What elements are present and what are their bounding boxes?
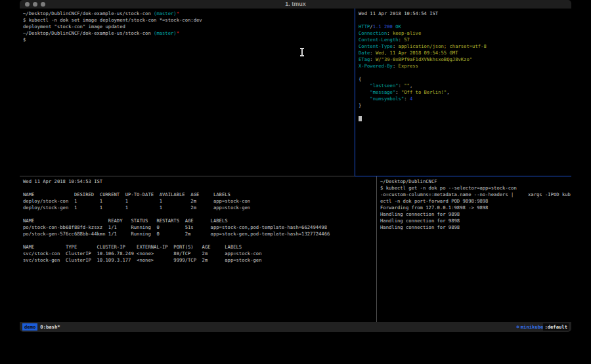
terminal-text-segment: 4 [410,96,412,102]
terminal-line [359,17,571,24]
terminal-text-segment: NAME READY STATUS RESTARTS AGE LABELS [23,218,228,224]
terminal-line: deploy/stock-gen 1 1 1 1 2m app=stock-ge… [23,205,376,211]
terminal-text-segment: ~/Desktop/DublinCNCF/dok-example-us/stoc… [23,10,154,16]
terminal-line: { [359,76,571,83]
terminal-text-segment: svc/stock-con ClusterIP 10.106.78.249 <n… [23,251,262,256]
window-tab-bash[interactable]: 0:bash* [40,324,60,330]
terminal-text-segment: X-Powered-By [359,63,393,69]
terminal-text-segment: "numsymbols" [370,96,404,102]
terminal-text-segment: : [399,37,405,43]
kubernetes-icon: ☸ [516,324,519,330]
terminal-text-segment: $ kubectl get -n dok po --selector=app=s… [380,185,517,191]
terminal-text-segment: ectl -n dok port-forward POD 9898:9898 [380,198,488,204]
terminal-text-segment: * [177,10,179,16]
terminal-text-segment: deploy/stock-gen 1 1 1 1 2m app=stock-ge… [23,205,250,211]
terminal-text-segment: ETag [359,56,370,62]
terminal-text-segment: 57 [404,37,410,43]
terminal-text-segment: , [410,83,412,89]
window-title: 1. tmux [20,1,571,7]
terminal-line: po/stock-con-bb68f88fd-kzsxz 1/1 Running… [23,224,376,231]
terminal-line: ~/Desktop/DublinCNCF [380,178,571,185]
terminal-text-segment: { [359,76,361,82]
terminal-line: HTTP/1.1 200 OK [359,24,571,30]
terminal-text-segment: NAME DESIRED CURRENT UP-TO-DATE AVAILABL… [23,192,230,197]
terminal-text-segment: $ kubectl -n dok set image deployment/st… [23,17,202,23]
mouse-ibeam-cursor [301,49,303,56]
terminal-line: $ [23,37,355,43]
terminal-text-segment: : [393,43,399,49]
terminal-text-segment [359,83,370,89]
terminal-text-segment [359,96,370,102]
terminal-text-segment: "" [404,83,410,89]
terminal-cursor [359,116,362,121]
terminal-line: deployment "stock-con" image updated [23,24,355,30]
terminal-text-segment: W/"39-0xBPf9aF1dXVNkhsxoBQgJ8vKzo" [376,56,472,62]
pane-port-forward[interactable]: ~/Desktop/DublinCNCF$ kubectl get -n dok… [377,176,571,322]
terminal-line: Date: Wed, 11 Apr 2018 09:54:55 GMT [359,50,571,56]
terminal-text-segment: : [399,83,405,89]
pane-kubectl-watch[interactable]: Wed 11 Apr 2018 10:54:53 ISTNAME DESIRED… [20,176,376,322]
terminal-text-segment: po/stock-con-bb68f88fd-kzsxz 1/1 Running… [23,224,327,230]
session-name-chip[interactable]: demo [22,323,37,331]
terminal-text-segment: Forwarding from 127.0.0.1:9898 -> 9898 [380,205,488,211]
terminal-text-segment: $ [23,37,26,43]
terminal-line: Wed 11 Apr 2018 10:54:53 IST [23,178,376,185]
terminal-text-segment: keep-alive [393,30,421,36]
terminal-line: Forwarding from 127.0.0.1:9898 -> 9898 [380,205,571,211]
terminal-line: } [359,102,571,109]
terminal-line: Handling connection for 9898 [380,211,571,218]
terminal-text-segment: ~/Desktop/DublinCNCF/dok-example-us/stoc… [23,30,154,36]
terminal-text-segment: deployment "stock-con" image updated [23,24,125,30]
terminal-line: $ kubectl get -n dok po --selector=app=s… [380,185,571,192]
terminal-text-segment: OK [395,24,401,30]
terminal-line: ~/Desktop/DublinCNCF/dok-example-us/stoc… [23,10,355,17]
status-left: demo 0:bash* [22,323,60,331]
terminal-text-segment: ~/Desktop/DublinCNCF [380,178,437,184]
terminal-text-segment: NAME TYPE CLUSTER-IP EXTERNAL-IP PORT(S)… [23,244,242,250]
terminal-line [23,237,376,244]
terminal-text-segment: : [395,89,401,95]
terminal-line: -o=custom-columns=:metadata.name --no-he… [380,192,571,198]
kube-context-label: minikube [521,324,544,330]
terminal-text-segment: : [387,30,393,36]
terminal-text-segment: po/stock-gen-576cc688bb-44kmn 1/1 Runnin… [23,231,330,237]
terminal-text-segment: : [370,56,376,62]
terminal-text-segment: "lastseen" [370,83,398,89]
terminal-text-segment: Wed 11 Apr 2018 10:54:53 IST [23,178,102,184]
terminal-line: $ kubectl -n dok set image deployment/st… [23,17,355,24]
pane-divider-vertical-top[interactable] [355,9,355,176]
pane-divider-horizontal-left[interactable] [20,176,355,176]
pane-divider-vertical-bottom[interactable] [376,176,377,322]
terminal-line [359,109,571,115]
terminal-text-segment: : [370,50,376,56]
terminal-text-segment: : [393,63,399,69]
terminal-text-segment: Handling connection for 9898 [380,218,460,224]
window-titlebar[interactable]: 1. tmux [20,0,571,9]
terminal-text-segment: Content-Length [359,37,399,43]
terminal-window: 1. tmux ~/Desktop/DublinCNCF/dok-example… [20,0,571,332]
terminal-line: ~/Desktop/DublinCNCF/dok-example-us/stoc… [23,30,355,37]
kube-namespace-label: :default [543,323,569,331]
terminal-line: ectl -n dok port-forward POD 9898:9898 [380,198,571,205]
terminal-line: "numsymbols": 4 [359,96,571,102]
terminal-text-segment: * [177,30,179,36]
terminal-line: deploy/stock-con 1 1 1 1 2m app=stock-co… [23,198,376,205]
terminal-line: Content-Length: 57 [359,37,571,43]
pane-http-response[interactable]: Wed 11 Apr 2018 10:54:54 ISTHTTP/1.1 200… [355,9,571,176]
terminal-text-segment: deploy/stock-con 1 1 1 1 2m app=stock-co… [23,198,250,204]
terminal-text-segment [359,89,370,95]
terminal-text-segment: 1.1 200 [373,24,393,30]
terminal-line: X-Powered-By: Express [359,63,571,70]
terminal-text-segment: Express [399,63,418,69]
tmux-status-bar: demo 0:bash* ☸ minikube :default [20,322,571,332]
terminal-text-segment: Wed 11 Apr 2018 10:54:54 IST [359,10,438,16]
terminal-line [23,211,376,218]
terminal-line: Handling connection for 9898 [380,218,571,224]
terminal-line: NAME TYPE CLUSTER-IP EXTERNAL-IP PORT(S)… [23,244,376,251]
terminal-line: po/stock-gen-576cc688bb-44kmn 1/1 Runnin… [23,231,376,237]
terminal-line [359,115,571,122]
pane-divider-horizontal-right-active[interactable] [355,176,571,176]
terminal-line: NAME DESIRED CURRENT UP-TO-DATE AVAILABL… [23,192,376,198]
terminal-line: NAME READY STATUS RESTARTS AGE LABELS [23,218,376,224]
pane-shell-top-left[interactable]: ~/Desktop/DublinCNCF/dok-example-us/stoc… [20,9,355,176]
